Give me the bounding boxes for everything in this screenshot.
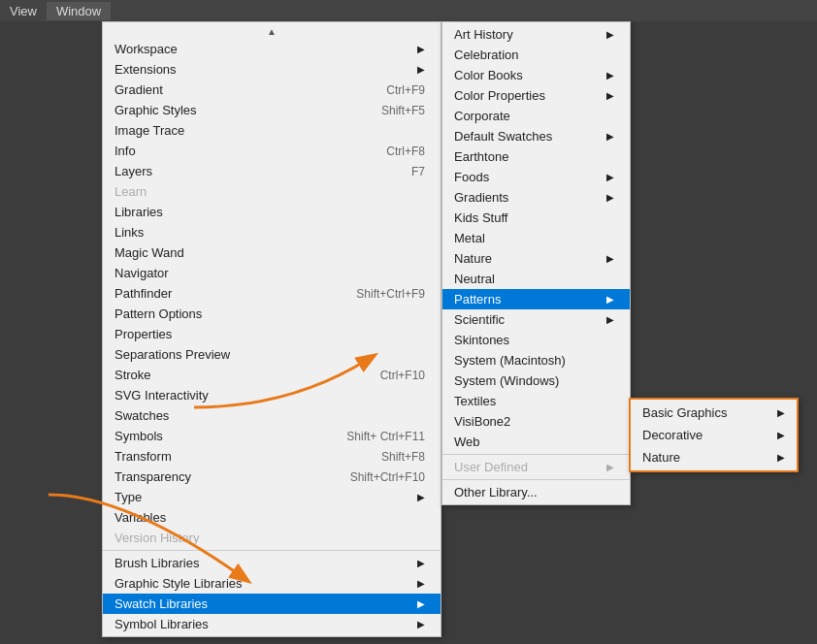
menu-view[interactable]: View <box>0 2 47 20</box>
sub1-user-defined: User Defined ▶ <box>442 457 630 477</box>
submenu-arrow: ▶ <box>417 492 425 502</box>
menu-item-type[interactable]: Type ▶ <box>103 487 441 507</box>
submenu-arrow: ▶ <box>606 90 614 101</box>
sub2-decorative[interactable]: Decorative ▶ <box>631 424 797 446</box>
submenu-arrow: ▶ <box>777 430 785 440</box>
sub1-other-library[interactable]: Other Library... <box>442 482 630 502</box>
menu-item-symbols[interactable]: Symbols Shift+ Ctrl+F11 <box>103 426 441 446</box>
menu-item-transform[interactable]: Transform Shift+F8 <box>103 446 441 467</box>
sub1-nature[interactable]: Nature ▶ <box>442 248 630 269</box>
submenu-arrow: ▶ <box>606 131 614 142</box>
menu-item-svg-interactivity[interactable]: SVG Interactivity <box>103 385 441 405</box>
menu-item-pathfinder[interactable]: Pathfinder Shift+Ctrl+F9 <box>103 283 441 304</box>
submenu-arrow: ▶ <box>606 172 614 182</box>
sub1-web[interactable]: Web <box>442 432 630 452</box>
menu-item-symbol-libraries[interactable]: Symbol Libraries ▶ <box>103 614 441 634</box>
menu-item-pattern-options[interactable]: Pattern Options <box>103 304 441 324</box>
sub1-art-history[interactable]: Art History ▶ <box>442 24 630 45</box>
submenu-arrow: ▶ <box>606 294 614 305</box>
menu-item-info[interactable]: Info Ctrl+F8 <box>103 141 441 161</box>
sub1-metal[interactable]: Metal <box>442 228 630 248</box>
sub1-corporate[interactable]: Corporate <box>442 106 630 126</box>
submenu-arrow: ▶ <box>417 578 425 589</box>
submenu-arrow: ▶ <box>606 314 614 325</box>
menu-item-image-trace[interactable]: Image Trace <box>103 120 441 141</box>
submenu-arrow: ▶ <box>777 452 785 463</box>
scroll-arrow-up: ▲ <box>103 24 441 39</box>
separator <box>442 454 630 455</box>
sub1-system-win[interactable]: System (Windows) <box>442 370 630 391</box>
sub1-neutral[interactable]: Neutral <box>442 269 630 289</box>
separator <box>442 479 630 480</box>
window-menu-dropdown: ▲ Workspace ▶ Extensions ▶ Gradient Ctrl… <box>102 21 441 637</box>
submenu-arrow: ▶ <box>606 192 614 203</box>
menu-item-libraries[interactable]: Libraries <box>103 202 441 222</box>
sub1-scientific[interactable]: Scientific ▶ <box>442 309 630 330</box>
menu-item-variables[interactable]: Variables <box>103 507 441 528</box>
sub2-basic-graphics[interactable]: Basic Graphics ▶ <box>631 402 797 424</box>
submenu-arrow: ▶ <box>417 64 425 75</box>
submenu-arrow: ▶ <box>417 598 425 609</box>
sub1-textiles[interactable]: Textiles <box>442 391 630 411</box>
menu-item-transparency[interactable]: Transparency Shift+Ctrl+F10 <box>103 467 441 487</box>
menu-item-magic-wand[interactable]: Magic Wand <box>103 242 441 263</box>
sub1-celebration[interactable]: Celebration <box>442 45 630 65</box>
submenu-arrow: ▶ <box>606 29 614 40</box>
sub1-visibone2[interactable]: VisiBone2 <box>442 411 630 432</box>
sub2-nature[interactable]: Nature ▶ <box>631 446 797 468</box>
menu-item-gradient[interactable]: Gradient Ctrl+F9 <box>103 80 441 100</box>
sub1-patterns[interactable]: Patterns ▶ <box>442 289 630 309</box>
sub1-system-mac[interactable]: System (Macintosh) <box>442 350 630 370</box>
sub1-kids-stuff[interactable]: Kids Stuff <box>442 208 630 228</box>
sub1-color-properties[interactable]: Color Properties ▶ <box>442 85 630 106</box>
sub1-color-books[interactable]: Color Books ▶ <box>442 65 630 85</box>
sub1-foods[interactable]: Foods ▶ <box>442 167 630 187</box>
menu-bar: View Window <box>0 0 817 21</box>
submenu-arrow: ▶ <box>417 558 425 568</box>
menu-item-graphic-styles[interactable]: Graphic Styles Shift+F5 <box>103 100 441 120</box>
separator <box>103 550 441 551</box>
patterns-submenu: Basic Graphics ▶ Decorative ▶ Nature ▶ <box>629 398 799 472</box>
menu-item-version-history: Version History <box>103 528 441 548</box>
menu-window[interactable]: Window <box>47 2 111 20</box>
menu-item-extensions[interactable]: Extensions ▶ <box>103 59 441 80</box>
menu-item-navigator[interactable]: Navigator <box>103 263 441 283</box>
menu-item-swatch-libraries[interactable]: Swatch Libraries ▶ <box>103 594 441 614</box>
menu-item-graphic-style-libraries[interactable]: Graphic Style Libraries ▶ <box>103 573 441 594</box>
menu-item-links[interactable]: Links <box>103 222 441 242</box>
sub1-gradients[interactable]: Gradients ▶ <box>442 187 630 208</box>
menu-item-separations-preview[interactable]: Separations Preview <box>103 344 441 365</box>
menu-item-learn: Learn <box>103 181 441 202</box>
submenu-arrow: ▶ <box>606 70 614 80</box>
swatch-libraries-submenu: Art History ▶ Celebration Color Books ▶ … <box>441 21 631 505</box>
submenu-arrow: ▶ <box>417 619 425 629</box>
submenu-arrow: ▶ <box>777 407 785 418</box>
menu-item-properties[interactable]: Properties <box>103 324 441 344</box>
menu-item-stroke[interactable]: Stroke Ctrl+F10 <box>103 365 441 385</box>
menu-item-workspace[interactable]: Workspace ▶ <box>103 39 441 59</box>
sub1-default-swatches[interactable]: Default Swatches ▶ <box>442 126 630 146</box>
menu-item-brush-libraries[interactable]: Brush Libraries ▶ <box>103 553 441 573</box>
submenu-arrow: ▶ <box>417 44 425 54</box>
sub1-skintones[interactable]: Skintones <box>442 330 630 350</box>
submenu-arrow: ▶ <box>606 462 614 472</box>
sub1-earthtone[interactable]: Earthtone <box>442 146 630 167</box>
menu-item-swatches[interactable]: Swatches <box>103 405 441 426</box>
submenu-arrow: ▶ <box>606 253 614 264</box>
menu-item-layers[interactable]: Layers F7 <box>103 161 441 181</box>
